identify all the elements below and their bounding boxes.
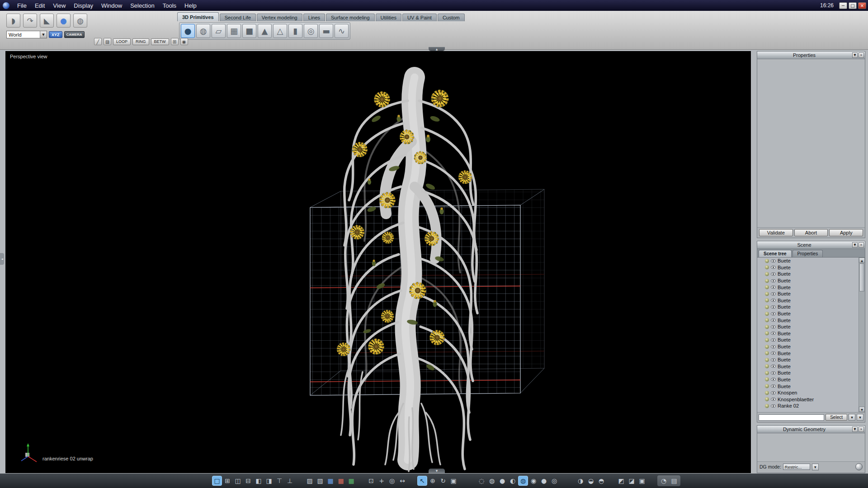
scene-item[interactable]: Buete xyxy=(757,337,859,343)
pointer-icon[interactable]: ↖ xyxy=(418,476,427,485)
eye-icon[interactable] xyxy=(771,325,776,328)
eye-icon[interactable] xyxy=(771,332,776,335)
rotate-manipulator-icon[interactable]: ↻ xyxy=(439,476,448,485)
scene-item[interactable]: Buete xyxy=(757,383,859,389)
scene-item[interactable]: Buete xyxy=(757,363,859,370)
eye-icon[interactable] xyxy=(771,358,776,361)
camera-cube-icon[interactable]: ▣ xyxy=(637,476,646,485)
gauge-icon[interactable]: ◔ xyxy=(659,476,668,485)
wire-sphere-icon[interactable]: ◌ xyxy=(477,476,486,485)
torus-primitive-button[interactable]: ◎ xyxy=(304,24,318,38)
half-shade-sphere-icon[interactable]: ◐ xyxy=(508,476,517,485)
tube-primitive-button[interactable]: ▬ xyxy=(319,24,333,38)
collapse-handle-bottom[interactable]: ▼ xyxy=(429,469,445,473)
layout-single-icon[interactable]: □ xyxy=(212,476,222,485)
perspective-cube-icon[interactable]: ◩ xyxy=(617,476,626,485)
eye-icon[interactable] xyxy=(771,319,776,322)
scrollbar[interactable]: ▲ ▼ xyxy=(859,258,865,412)
viewport-3d[interactable]: Perspective view rankenriese 02 unwrap xyxy=(5,51,751,473)
flat-sphere-icon[interactable]: ◍ xyxy=(487,476,496,485)
tab-scene-properties[interactable]: Properties xyxy=(793,250,823,257)
shaded-wire-sphere-icon[interactable]: ◉ xyxy=(529,476,538,485)
tab-scene-tree[interactable]: Scene tree xyxy=(759,250,792,257)
scene-item[interactable]: Knospenblaetter xyxy=(757,396,859,403)
select-mode-chevron-icon[interactable]: ▼ xyxy=(857,414,863,421)
dg-mode-chevron-icon[interactable]: ▼ xyxy=(812,464,819,470)
textured-sphere-icon[interactable]: ◍ xyxy=(519,476,528,485)
collapse-handle-left[interactable]: ◄ xyxy=(0,253,4,265)
fit-view-icon[interactable]: ⊡ xyxy=(367,476,376,485)
render-sphere-icon[interactable]: ◎ xyxy=(550,476,559,485)
eye-icon[interactable] xyxy=(771,385,776,388)
grid-xz-icon[interactable]: ▦ xyxy=(347,476,356,485)
scrollbar-track[interactable] xyxy=(859,292,865,407)
tab-surface-modeling[interactable]: Surface modeling xyxy=(326,14,375,21)
scene-item[interactable]: Buete xyxy=(757,330,859,337)
cylinder-primitive-button[interactable]: ▮ xyxy=(288,24,302,38)
eye-icon[interactable] xyxy=(771,371,776,375)
move-manipulator-icon[interactable]: ⊕ xyxy=(428,476,437,485)
eye-icon[interactable] xyxy=(771,292,776,296)
sphere-primitive-button[interactable]: ● xyxy=(181,24,195,38)
tab-uv-paint[interactable]: UV & Paint xyxy=(402,14,437,21)
properties-collapse-icon[interactable]: ▼ xyxy=(852,52,858,58)
tab-vertex-modeling[interactable]: Vertex modeling xyxy=(257,14,302,21)
dg-close-icon[interactable]: × xyxy=(859,427,864,432)
validate-button[interactable]: Validate xyxy=(759,229,793,236)
pyramid-primitive-button[interactable]: △ xyxy=(273,24,287,38)
layout-split-vertical-icon[interactable]: ◫ xyxy=(233,476,242,485)
layout-bottom-main-icon[interactable]: ⊥ xyxy=(285,476,294,485)
minimize-button[interactable]: ─ xyxy=(839,2,847,9)
flat-shade-icon[interactable]: ▧ xyxy=(316,476,325,485)
eye-icon[interactable] xyxy=(771,352,776,355)
lamp-tool-button[interactable]: ◍ xyxy=(73,14,87,28)
eye-icon[interactable] xyxy=(771,272,776,276)
scene-item[interactable]: Buete xyxy=(757,304,859,310)
menu-item-selection[interactable]: Selection xyxy=(126,0,158,11)
soft-select-icon[interactable]: ▨ xyxy=(104,38,111,45)
eye-icon[interactable] xyxy=(771,365,776,368)
scene-item[interactable]: Buete xyxy=(757,258,859,264)
orbit-vertical-icon[interactable]: ◒ xyxy=(586,476,595,485)
scene-filter-input[interactable] xyxy=(759,414,824,421)
layout-quad-icon[interactable]: ⊞ xyxy=(223,476,232,485)
zoom-icon[interactable]: ◎ xyxy=(387,476,396,485)
xyz-button[interactable]: XYZ xyxy=(49,31,62,38)
scene-item[interactable]: Buete xyxy=(757,297,859,304)
tab-custom[interactable]: Custom xyxy=(438,14,465,21)
properties-close-icon[interactable]: × xyxy=(859,52,864,58)
eye-icon[interactable] xyxy=(771,391,776,394)
scroll-up-icon[interactable]: ▲ xyxy=(859,258,865,263)
spring-primitive-button[interactable]: ∿ xyxy=(335,24,349,38)
eye-icon[interactable] xyxy=(771,259,776,263)
close-button[interactable]: × xyxy=(858,2,866,9)
ortho-cube-icon[interactable]: ◪ xyxy=(627,476,636,485)
layout-right-main-icon[interactable]: ◨ xyxy=(264,476,274,485)
arc-tool-button[interactable]: ◗ xyxy=(6,14,20,28)
select-button[interactable]: Select xyxy=(826,414,847,421)
geodesic-sphere-primitive-button[interactable]: ◍ xyxy=(196,24,210,38)
scene-item[interactable]: Buete xyxy=(757,357,859,363)
menu-item-file[interactable]: File xyxy=(13,0,31,11)
menu-item-help[interactable]: Help xyxy=(180,0,201,11)
menu-item-window[interactable]: Window xyxy=(97,0,126,11)
select-options-chevron-icon[interactable]: ▼ xyxy=(849,414,855,421)
context-dropdown[interactable]: World ▼ xyxy=(6,31,47,38)
tab-lines[interactable]: Lines xyxy=(303,14,325,21)
grid-primitive-button[interactable]: ▦ xyxy=(227,24,241,38)
context-chevron-down-icon[interactable]: ▼ xyxy=(40,31,47,38)
eye-icon[interactable] xyxy=(771,299,776,302)
pick-edge-icon[interactable]: ╱ xyxy=(94,38,102,45)
dg-preview-sphere-icon[interactable] xyxy=(855,463,863,470)
sphere-tool-button[interactable]: ● xyxy=(57,14,71,28)
tab-second-life[interactable]: Second Life xyxy=(220,14,256,21)
scene-item[interactable]: Buete xyxy=(757,291,859,297)
eye-icon[interactable] xyxy=(771,404,776,408)
apply-button[interactable]: Apply xyxy=(829,229,863,236)
smooth-sphere-icon[interactable]: ● xyxy=(498,476,507,485)
eye-icon[interactable] xyxy=(771,345,776,348)
scene-close-icon[interactable]: × xyxy=(859,242,864,248)
scene-item[interactable]: Buete xyxy=(757,310,859,317)
scale-manipulator-icon[interactable]: ▣ xyxy=(449,476,458,485)
scene-item[interactable]: Buete xyxy=(757,324,859,330)
